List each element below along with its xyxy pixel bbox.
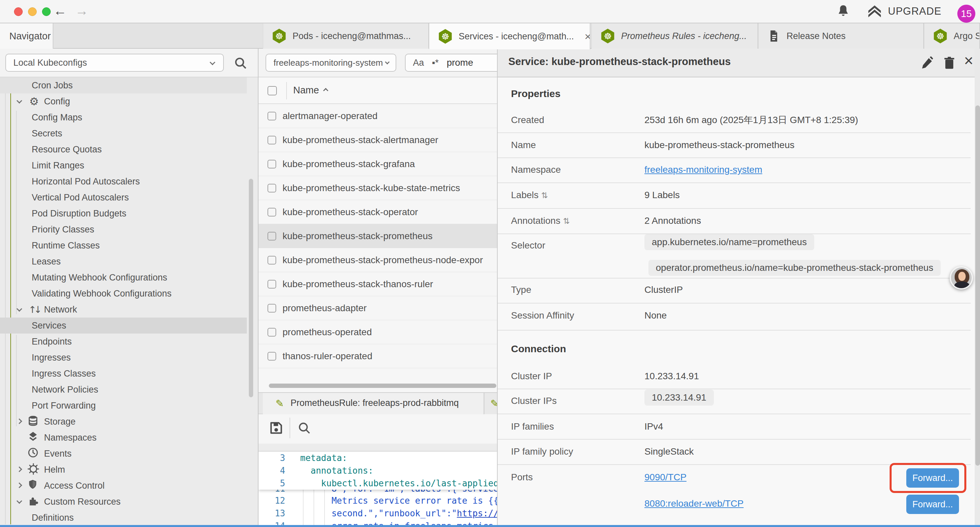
- sidebar-item-custom-resources[interactable]: Custom Resources: [0, 494, 247, 509]
- chevron-down-icon[interactable]: [17, 306, 22, 312]
- editor-tab-next[interactable]: ✎: [484, 393, 497, 414]
- window-bottom-edge: [0, 525, 980, 527]
- sidebar-item-vertical-pod-autoscalers[interactable]: Vertical Pod Autoscalers: [0, 189, 247, 205]
- table-row-kube-prometheus-stack-kube-state-metrics[interactable]: kube-prometheus-stack-kube-state-metrics: [259, 176, 497, 200]
- yaml-editor[interactable]: 11 8", for: "1m", labels :{ service :12 …: [259, 452, 497, 527]
- sidebar-item-namespaces[interactable]: Namespaces: [0, 430, 247, 446]
- sidebar-item-leases[interactable]: Leases: [0, 253, 247, 269]
- upgrade-label[interactable]: UPGRADE: [888, 5, 941, 18]
- window-minimize-button[interactable]: [28, 7, 37, 16]
- sidebar-scrollbar[interactable]: [249, 179, 253, 397]
- notifications-bell-icon[interactable]: [835, 4, 851, 19]
- sidebar-item-definitions[interactable]: Definitions: [0, 509, 247, 525]
- table-row-prometheus-adapter[interactable]: prometheus-adapter: [259, 296, 497, 320]
- tab-close-icon[interactable]: ×: [585, 30, 590, 43]
- table-row-kube-prometheus-stack-grafana[interactable]: kube-prometheus-stack-grafana: [259, 152, 497, 176]
- match-case-icon[interactable]: Aa: [413, 58, 424, 68]
- tab-prometheus-rules-icecheng[interactable]: ☸Prometheus Rules - icecheng...: [592, 23, 758, 49]
- table-row-thanos-ruler-operated[interactable]: thanos-ruler-operated: [259, 344, 497, 368]
- row-checkbox[interactable]: [267, 136, 276, 145]
- editor-search-icon[interactable]: [297, 421, 311, 435]
- row-checkbox[interactable]: [267, 280, 276, 288]
- namespace-link[interactable]: freeleaps-monitoring-system: [644, 163, 762, 177]
- table-row-kube-prometheus-stack-operator[interactable]: kube-prometheus-stack-operator: [259, 200, 497, 224]
- row-checkbox[interactable]: [267, 256, 276, 264]
- close-icon[interactable]: ×: [964, 51, 973, 70]
- back-icon[interactable]: ←: [53, 3, 67, 18]
- sidebar-item-network-policies[interactable]: Network Policies: [0, 382, 247, 398]
- window-zoom-button[interactable]: [42, 7, 51, 16]
- port-link-9090[interactable]: 9090/TCP: [644, 471, 686, 484]
- table-row-prometheus-operated[interactable]: prometheus-operated: [259, 320, 497, 344]
- sidebar-item-config-maps[interactable]: Config Maps: [0, 110, 247, 126]
- table-row-kube-prometheus-stack-prometheus-node-expor[interactable]: kube-prometheus-stack-prometheus-node-ex…: [259, 248, 497, 272]
- navigator-tab[interactable]: Navigator: [0, 23, 53, 49]
- chevron-right-icon[interactable]: [17, 419, 22, 424]
- row-checkbox[interactable]: [267, 304, 276, 312]
- sidebar-item-network[interactable]: ↑↓Network: [0, 301, 247, 318]
- editor-tab-prometheusrule[interactable]: ✎ PrometheusRule: freeleaps-prod-rabbitm…: [263, 393, 484, 414]
- tab-services-icecheng-math[interactable]: ☸Services - icecheng@math...×: [429, 23, 590, 49]
- sidebar-item-access-control[interactable]: Access Control: [0, 478, 247, 494]
- notification-count-badge[interactable]: 15: [957, 5, 975, 23]
- table-row-kube-prometheus-stack-alertmanager[interactable]: kube-prometheus-stack-alertmanager: [259, 128, 497, 152]
- sidebar-item-events[interactable]: Events: [0, 446, 247, 462]
- table-row-kube-prometheus-stack-thanos-ruler[interactable]: kube-prometheus-stack-thanos-ruler: [259, 272, 497, 296]
- chevron-right-icon[interactable]: [17, 482, 22, 488]
- namespace-select[interactable]: freeleaps-monitoring-system: [266, 54, 396, 72]
- row-checkbox[interactable]: [267, 112, 276, 120]
- row-checkbox[interactable]: [267, 208, 276, 217]
- sidebar-item-horizontal-pod-autoscalers[interactable]: Horizontal Pod Autoscalers: [0, 174, 247, 189]
- port-link-8080[interactable]: 8080:reloader-web/TCP: [644, 497, 743, 510]
- tab-argo-se[interactable]: ☸Argo Se: [924, 23, 980, 49]
- chevron-down-icon[interactable]: [17, 98, 22, 104]
- sidebar-item-ingresses[interactable]: Ingresses: [0, 350, 247, 366]
- sidebar-item-runtime-classes[interactable]: Runtime Classes: [0, 237, 247, 253]
- tab-pods-icecheng-mathmas[interactable]: ☸Pods - icecheng@mathmas...: [263, 23, 429, 49]
- sidebar-item-helm[interactable]: Helm: [0, 462, 247, 478]
- window-close-button[interactable]: [14, 7, 23, 16]
- tab-release-notes[interactable]: Release Notes: [758, 23, 924, 49]
- sort-asc-icon[interactable]: [323, 88, 329, 93]
- sidebar-item-limit-ranges[interactable]: Limit Ranges: [0, 158, 247, 174]
- sidebar-item-secrets[interactable]: Secrets: [0, 126, 247, 142]
- detail-scrollbar[interactable]: [975, 105, 980, 466]
- sort-toggle-icon[interactable]: ⇅: [541, 191, 548, 200]
- sidebar-item-cron-jobs[interactable]: Cron Jobs: [0, 77, 247, 93]
- chevron-right-icon[interactable]: [17, 466, 22, 472]
- chevron-down-icon[interactable]: [17, 498, 22, 504]
- sidebar-search-icon[interactable]: [234, 56, 248, 70]
- sidebar-item-endpoints[interactable]: Endpoints: [0, 334, 247, 350]
- name-filter-input[interactable]: Aa ▪* prome: [405, 54, 497, 72]
- sidebar-item-ingress-classes[interactable]: Ingress Classes: [0, 366, 247, 382]
- row-checkbox[interactable]: [267, 160, 276, 169]
- forward-button-8080[interactable]: Forward...: [906, 495, 959, 514]
- select-all-checkbox[interactable]: [267, 86, 277, 96]
- sidebar-item-config[interactable]: ⚙Config: [0, 93, 247, 110]
- assistant-avatar[interactable]: [950, 266, 973, 290]
- table-row-alertmanager-operated[interactable]: alertmanager-operated: [259, 104, 497, 128]
- delete-trash-icon[interactable]: [942, 56, 957, 70]
- row-checkbox[interactable]: [267, 232, 276, 240]
- sidebar-item-storage[interactable]: Storage: [0, 414, 247, 430]
- sidebar-item-services[interactable]: Services: [0, 318, 247, 334]
- sidebar-item-port-forwarding[interactable]: Port Forwarding: [0, 398, 247, 414]
- upgrade-icon[interactable]: [866, 3, 883, 20]
- sort-toggle-icon[interactable]: ⇅: [563, 217, 570, 226]
- column-header-name[interactable]: Name: [293, 85, 319, 96]
- row-checkbox[interactable]: [267, 352, 276, 361]
- table-row-kube-prometheus-stack-prometheus[interactable]: kube-prometheus-stack-prometheus: [259, 224, 497, 248]
- regex-icon[interactable]: ▪*: [432, 58, 439, 68]
- sidebar-item-resource-quotas[interactable]: Resource Quotas: [0, 142, 247, 158]
- save-icon[interactable]: [269, 420, 284, 436]
- sidebar-item-pod-disruption-budgets[interactable]: Pod Disruption Budgets: [0, 205, 247, 221]
- forward-icon[interactable]: →: [75, 3, 88, 18]
- edit-pencil-icon[interactable]: [920, 56, 935, 70]
- row-checkbox[interactable]: [267, 184, 276, 193]
- sidebar-item-validating-webhook-configurations[interactable]: Validating Webhook Configurations: [0, 285, 247, 301]
- horizontal-scrollbar[interactable]: [269, 384, 496, 388]
- kubeconfig-select[interactable]: Local Kubeconfigs: [5, 54, 224, 72]
- sidebar-item-priority-classes[interactable]: Priority Classes: [0, 221, 247, 237]
- sidebar-item-mutating-webhook-configurations[interactable]: Mutating Webhook Configurations: [0, 269, 247, 285]
- row-checkbox[interactable]: [267, 328, 276, 336]
